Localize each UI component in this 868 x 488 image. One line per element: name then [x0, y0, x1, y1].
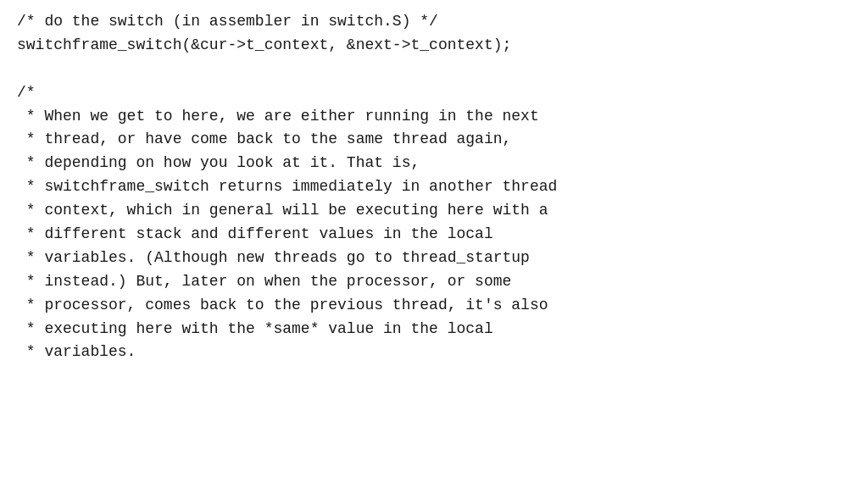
code-container: /* do the switch (in assembler in switch…: [0, 0, 868, 488]
code-block: /* do the switch (in assembler in switch…: [17, 10, 851, 364]
